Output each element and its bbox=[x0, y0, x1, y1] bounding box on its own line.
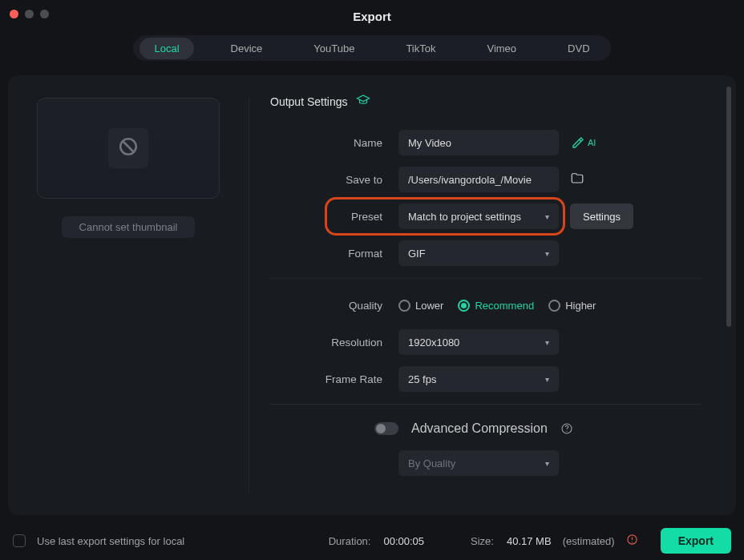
row-save-to: Save to bbox=[270, 161, 701, 198]
thumbnail-column: Cannot set thumbnail bbox=[8, 75, 249, 515]
ai-rename-button[interactable]: AI bbox=[570, 135, 596, 150]
size-label: Size: bbox=[471, 535, 494, 547]
export-button[interactable]: Export bbox=[661, 528, 731, 554]
size-value: 40.17 MB bbox=[507, 535, 552, 547]
output-settings-column: Output Settings Name AI Save to bbox=[249, 75, 736, 515]
export-tabs: Local Device YouTube TikTok Vimeo DVD bbox=[0, 32, 744, 64]
chevron-down-icon: ▾ bbox=[545, 338, 549, 347]
minimize-window-button[interactable] bbox=[25, 10, 34, 18]
row-advanced-compression: Advanced Compression bbox=[270, 413, 701, 445]
maximize-window-button[interactable] bbox=[40, 10, 49, 18]
quality-higher-radio[interactable]: Higher bbox=[548, 300, 596, 312]
svg-line-1 bbox=[123, 142, 134, 152]
format-label: Format bbox=[270, 248, 398, 260]
tab-tiktok[interactable]: TikTok bbox=[391, 38, 450, 59]
preset-select[interactable]: Match to project settings ▾ bbox=[398, 203, 559, 229]
quality-label: Quality bbox=[270, 300, 398, 312]
row-quality: Quality Lower Recommend Higher bbox=[270, 287, 701, 324]
save-to-label: Save to bbox=[270, 174, 398, 186]
resolution-select[interactable]: 1920x1080 ▾ bbox=[398, 329, 559, 355]
row-format: Format GIF ▾ bbox=[270, 235, 701, 272]
svg-point-3 bbox=[566, 431, 567, 432]
export-panel: Cannot set thumbnail Output Settings Nam… bbox=[8, 75, 736, 515]
format-select[interactable]: GIF ▾ bbox=[398, 240, 559, 266]
browse-folder-button[interactable] bbox=[570, 171, 584, 188]
help-icon[interactable] bbox=[560, 422, 573, 435]
ai-label: AI bbox=[588, 138, 596, 147]
chevron-down-icon: ▾ bbox=[545, 212, 549, 221]
thumbnail-preview bbox=[37, 98, 220, 199]
advanced-compression-label: Advanced Compression bbox=[411, 421, 548, 436]
divider bbox=[270, 278, 701, 279]
scrollbar[interactable] bbox=[726, 87, 731, 327]
graduation-cap-icon[interactable] bbox=[356, 93, 370, 110]
chevron-down-icon: ▾ bbox=[545, 375, 549, 384]
name-label: Name bbox=[270, 137, 398, 149]
preset-settings-button[interactable]: Settings bbox=[570, 203, 633, 229]
frame-rate-select[interactable]: 25 fps ▾ bbox=[398, 366, 559, 392]
chevron-down-icon: ▾ bbox=[545, 459, 549, 468]
duration-value: 00:00:05 bbox=[383, 535, 424, 547]
use-last-settings-checkbox[interactable] bbox=[13, 534, 26, 547]
row-preset: Preset Match to project settings ▾ Setti… bbox=[270, 198, 701, 235]
chevron-down-icon: ▾ bbox=[545, 249, 549, 258]
tab-local[interactable]: Local bbox=[140, 38, 193, 59]
output-settings-heading: Output Settings bbox=[270, 93, 701, 110]
close-window-button[interactable] bbox=[10, 10, 18, 18]
tab-device[interactable]: Device bbox=[216, 38, 277, 59]
advanced-compression-toggle[interactable] bbox=[374, 422, 398, 435]
save-to-input[interactable] bbox=[398, 167, 559, 192]
tab-vimeo[interactable]: Vimeo bbox=[472, 38, 531, 59]
quality-lower-radio[interactable]: Lower bbox=[398, 300, 443, 312]
row-name: Name AI bbox=[270, 124, 701, 161]
no-thumbnail-icon bbox=[118, 136, 139, 160]
size-warning-icon[interactable] bbox=[626, 534, 638, 548]
use-last-settings-label: Use last export settings for local bbox=[37, 535, 184, 547]
tab-youtube[interactable]: YouTube bbox=[299, 38, 369, 59]
svg-point-6 bbox=[632, 542, 633, 542]
resolution-label: Resolution bbox=[270, 336, 398, 348]
tab-dvd[interactable]: DVD bbox=[553, 38, 604, 59]
size-suffix: (estimated) bbox=[563, 535, 615, 547]
quality-recommend-radio[interactable]: Recommend bbox=[458, 300, 534, 312]
row-resolution: Resolution 1920x1080 ▾ bbox=[270, 324, 701, 361]
compression-mode-select[interactable]: By Quality ▾ bbox=[398, 450, 559, 476]
row-frame-rate: Frame Rate 25 fps ▾ bbox=[270, 361, 701, 397]
divider bbox=[270, 404, 701, 405]
window-title: Export bbox=[353, 10, 391, 23]
footer-bar: Use last export settings for local Durat… bbox=[0, 522, 744, 560]
thumbnail-caption: Cannot set thumbnail bbox=[62, 216, 196, 238]
preset-label: Preset bbox=[270, 211, 398, 223]
frame-rate-label: Frame Rate bbox=[270, 373, 398, 385]
window-controls bbox=[10, 10, 49, 18]
duration-label: Duration: bbox=[329, 535, 371, 547]
name-input[interactable] bbox=[398, 130, 559, 155]
titlebar: Export bbox=[0, 0, 744, 32]
row-compression-mode: By Quality ▾ bbox=[270, 445, 701, 481]
